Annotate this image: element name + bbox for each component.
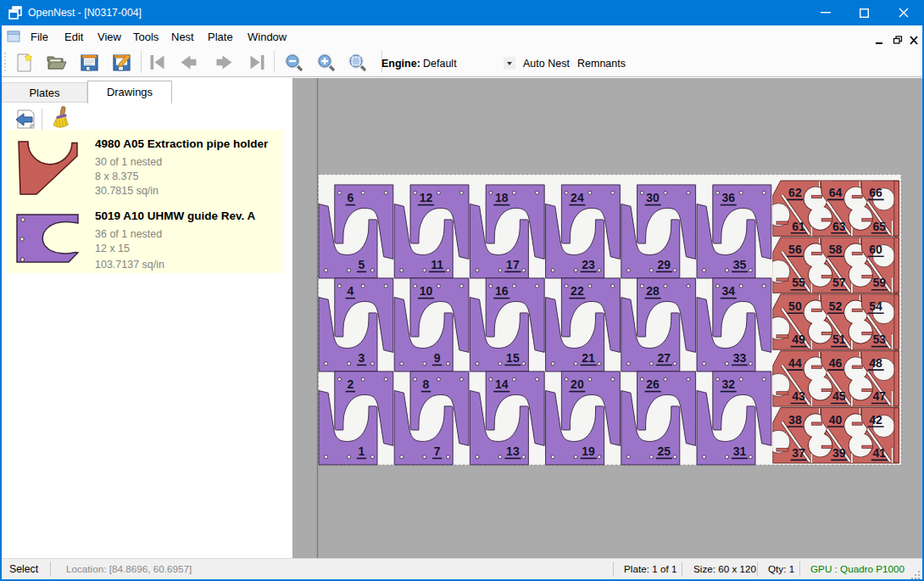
svg-text:53: 53 [873, 332, 887, 346]
svg-text:24: 24 [571, 191, 584, 204]
svg-text:18: 18 [495, 191, 509, 204]
svg-text:64: 64 [829, 186, 843, 199]
svg-text:21: 21 [582, 351, 595, 365]
svg-text:46: 46 [829, 356, 843, 370]
svg-text:33: 33 [733, 351, 747, 365]
svg-text:66: 66 [869, 186, 882, 199]
svg-text:23: 23 [582, 258, 595, 271]
svg-text:32: 32 [722, 377, 736, 391]
svg-text:45: 45 [832, 389, 846, 403]
svg-text:57: 57 [832, 276, 846, 289]
svg-text:52: 52 [829, 299, 843, 313]
svg-text:41: 41 [873, 446, 887, 460]
svg-text:63: 63 [832, 220, 846, 233]
svg-text:44: 44 [788, 356, 802, 370]
svg-text:17: 17 [506, 258, 520, 271]
svg-text:27: 27 [658, 351, 671, 365]
svg-text:29: 29 [658, 258, 671, 271]
svg-text:40: 40 [829, 413, 843, 427]
svg-text:19: 19 [582, 444, 595, 458]
svg-text:43: 43 [792, 389, 805, 403]
svg-text:65: 65 [873, 220, 887, 233]
svg-text:8: 8 [423, 377, 430, 391]
svg-text:3: 3 [359, 351, 365, 365]
svg-text:15: 15 [506, 351, 520, 365]
svg-text:39: 39 [832, 446, 846, 460]
svg-text:5: 5 [359, 258, 365, 271]
svg-text:14: 14 [495, 377, 509, 391]
svg-text:28: 28 [646, 284, 660, 298]
svg-text:7: 7 [434, 444, 441, 458]
svg-text:36: 36 [722, 191, 736, 204]
svg-text:2: 2 [347, 377, 353, 391]
svg-text:38: 38 [788, 413, 802, 427]
svg-text:30: 30 [646, 191, 660, 204]
svg-text:42: 42 [869, 413, 882, 427]
svg-text:9: 9 [434, 351, 441, 365]
svg-text:4: 4 [347, 284, 353, 298]
svg-text:34: 34 [722, 284, 736, 298]
svg-text:11: 11 [431, 258, 443, 271]
svg-text:20: 20 [571, 377, 584, 391]
svg-text:60: 60 [869, 243, 882, 256]
svg-text:12: 12 [420, 191, 433, 204]
svg-text:47: 47 [873, 389, 887, 403]
svg-text:48: 48 [869, 356, 882, 370]
svg-text:62: 62 [788, 186, 802, 199]
svg-text:50: 50 [788, 299, 802, 313]
svg-text:55: 55 [792, 276, 805, 289]
svg-text:1: 1 [359, 444, 365, 458]
svg-text:35: 35 [733, 258, 747, 271]
svg-text:58: 58 [829, 243, 843, 256]
svg-text:51: 51 [832, 332, 846, 346]
svg-text:10: 10 [420, 284, 433, 298]
svg-text:26: 26 [646, 377, 660, 391]
svg-text:49: 49 [792, 332, 805, 346]
svg-text:16: 16 [495, 284, 509, 298]
svg-text:59: 59 [873, 276, 887, 289]
svg-text:22: 22 [571, 284, 584, 298]
svg-text:6: 6 [347, 191, 353, 204]
svg-text:31: 31 [733, 444, 747, 458]
svg-text:25: 25 [658, 444, 671, 458]
svg-text:37: 37 [792, 446, 805, 460]
svg-text:54: 54 [869, 299, 882, 313]
svg-text:56: 56 [788, 243, 802, 256]
svg-text:61: 61 [792, 220, 805, 233]
svg-text:13: 13 [506, 444, 520, 458]
